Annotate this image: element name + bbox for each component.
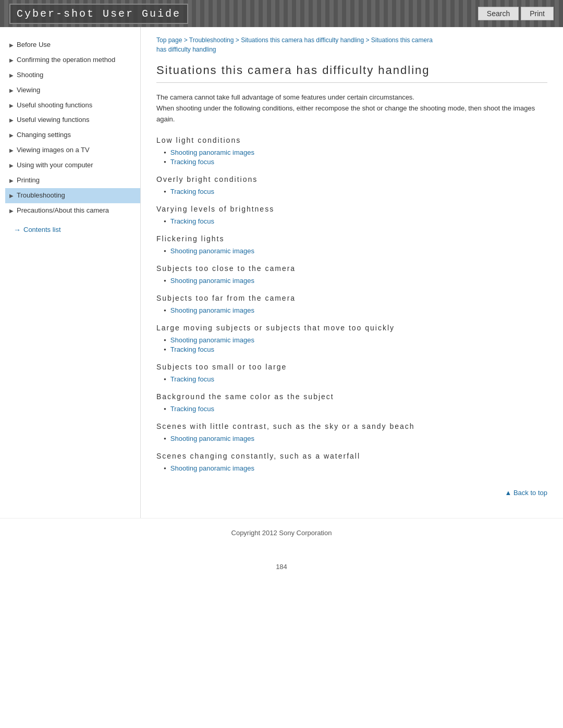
sections-container: Low light conditionsShooting panoramic i… — [156, 136, 547, 472]
list-item: Tracking focus — [164, 346, 547, 353]
section-title-6: Large moving subjects or subjects that m… — [156, 324, 547, 332]
sidebar-item-10[interactable]: ▶Troubleshooting — [5, 188, 140, 203]
section-title-7: Subjects too small or too large — [156, 363, 547, 371]
section-7: Subjects too small or too largeTracking … — [156, 363, 547, 383]
sidebar-label-1: Confirming the operation method — [17, 56, 136, 65]
section-1: Overly bright conditionsTracking focus — [156, 175, 547, 195]
list-item-link-2-0[interactable]: Tracking focus — [170, 217, 214, 225]
sidebar-item-3[interactable]: ▶Viewing — [5, 83, 140, 98]
header: Cyber-shot User Guide Search Print — [0, 0, 563, 27]
list-item-link-0-1[interactable]: Tracking focus — [170, 158, 214, 166]
page-number: 184 — [0, 563, 563, 571]
list-item-link-9-0[interactable]: Shooting panoramic images — [170, 435, 254, 442]
section-4: Subjects too close to the cameraShooting… — [156, 264, 547, 285]
sidebar-label-7: Viewing images on a TV — [17, 146, 136, 155]
intro-text: The camera cannot take full advantage of… — [156, 92, 547, 125]
list-item: Shooting panoramic images — [164, 336, 547, 344]
intro-line1: The camera cannot take full advantage of… — [156, 93, 414, 101]
list-item-link-7-0[interactable]: Tracking focus — [170, 375, 214, 383]
breadcrumb-top[interactable]: Top page — [156, 36, 182, 44]
section-title-4: Subjects too close to the camera — [156, 264, 547, 273]
section-title-1: Overly bright conditions — [156, 175, 547, 183]
sidebar-arrow-6: ▶ — [9, 132, 14, 139]
list-item: Shooting panoramic images — [164, 277, 547, 285]
list-item-link-6-1[interactable]: Tracking focus — [170, 346, 214, 353]
sidebar-item-1[interactable]: ▶Confirming the operation method — [5, 53, 140, 68]
sidebar-item-11[interactable]: ▶Precautions/About this camera — [5, 203, 140, 218]
breadcrumb-troubleshooting[interactable]: Troubleshooting — [189, 36, 234, 44]
list-item: Tracking focus — [164, 375, 547, 383]
sidebar-label-2: Shooting — [17, 71, 136, 80]
section-list-5: Shooting panoramic images — [156, 306, 547, 314]
back-to-top-link[interactable]: ▲ Back to top — [505, 489, 547, 497]
sidebar: ▶Before Use▶Confirming the operation met… — [0, 27, 141, 518]
section-6: Large moving subjects or subjects that m… — [156, 324, 547, 353]
sidebar-item-2[interactable]: ▶Shooting — [5, 68, 140, 83]
sidebar-item-5[interactable]: ▶Useful viewing functions — [5, 113, 140, 128]
sidebar-label-11: Precautions/About this camera — [17, 206, 136, 215]
sidebar-arrow-2: ▶ — [9, 72, 14, 79]
section-title-8: Background the same color as the subject — [156, 392, 547, 401]
sidebar-arrow-1: ▶ — [9, 57, 14, 64]
page-title: Situations this camera has difficulty ha… — [156, 64, 547, 83]
sidebar-label-5: Useful viewing functions — [17, 116, 136, 125]
list-item: Tracking focus — [164, 158, 547, 166]
list-item: Shooting panoramic images — [164, 247, 547, 255]
list-item: Shooting panoramic images — [164, 435, 547, 442]
list-item-link-4-0[interactable]: Shooting panoramic images — [170, 277, 254, 285]
sidebar-item-4[interactable]: ▶Useful shooting functions — [5, 98, 140, 113]
sidebar-item-0[interactable]: ▶Before Use — [5, 38, 140, 53]
sidebar-arrow-8: ▶ — [9, 162, 14, 169]
list-item-link-0-0[interactable]: Shooting panoramic images — [170, 149, 254, 156]
sidebar-arrow-7: ▶ — [9, 147, 14, 154]
sidebar-label-4: Useful shooting functions — [17, 101, 136, 110]
section-8: Background the same color as the subject… — [156, 392, 547, 413]
list-item-link-3-0[interactable]: Shooting panoramic images — [170, 247, 254, 255]
sidebar-arrow-3: ▶ — [9, 87, 14, 94]
section-list-4: Shooting panoramic images — [156, 277, 547, 285]
print-button[interactable]: Print — [521, 7, 554, 20]
app-title: Cyber-shot User Guide — [9, 4, 188, 24]
intro-line2: When shooting under the following condit… — [156, 104, 535, 123]
breadcrumb-situations[interactable]: Situations this camera has difficulty ha… — [241, 36, 364, 44]
section-list-0: Shooting panoramic imagesTracking focus — [156, 149, 547, 166]
sidebar-item-6[interactable]: ▶Changing settings — [5, 128, 140, 143]
sidebar-arrow-0: ▶ — [9, 42, 14, 48]
list-item: Tracking focus — [164, 217, 547, 225]
back-to-top: ▲ Back to top — [156, 488, 547, 497]
section-list-6: Shooting panoramic imagesTracking focus — [156, 336, 547, 353]
list-item-link-10-0[interactable]: Shooting panoramic images — [170, 464, 254, 472]
copyright: Copyright 2012 Sony Corporation — [231, 529, 332, 537]
section-title-2: Varying levels of brightness — [156, 205, 547, 213]
section-title-3: Flickering lights — [156, 235, 547, 243]
list-item-link-6-0[interactable]: Shooting panoramic images — [170, 336, 254, 344]
section-title-0: Low light conditions — [156, 136, 547, 144]
sidebar-label-8: Using with your computer — [17, 161, 136, 170]
sidebar-item-7[interactable]: ▶Viewing images on a TV — [5, 143, 140, 158]
list-item-link-5-0[interactable]: Shooting panoramic images — [170, 306, 254, 314]
search-button[interactable]: Search — [478, 7, 519, 20]
section-0: Low light conditionsShooting panoramic i… — [156, 136, 547, 166]
footer: Copyright 2012 Sony Corporation — [0, 518, 563, 558]
list-item-link-8-0[interactable]: Tracking focus — [170, 405, 214, 413]
sidebar-item-8[interactable]: ▶Using with your computer — [5, 158, 140, 173]
section-3: Flickering lightsShooting panoramic imag… — [156, 235, 547, 255]
sidebar-item-9[interactable]: ▶Printing — [5, 173, 140, 188]
arrow-icon: → — [14, 226, 21, 234]
sidebar-label-10: Troubleshooting — [17, 191, 136, 200]
sidebar-arrow-10: ▶ — [9, 192, 14, 199]
section-list-7: Tracking focus — [156, 375, 547, 383]
contents-list-link[interactable]: → Contents list — [5, 221, 140, 238]
list-item-link-1-0[interactable]: Tracking focus — [170, 188, 214, 195]
sidebar-arrow-9: ▶ — [9, 177, 14, 184]
sidebar-arrow-4: ▶ — [9, 102, 14, 109]
list-item: Shooting panoramic images — [164, 306, 547, 314]
header-buttons: Search Print — [478, 7, 554, 20]
main-content: Top page > Troubleshooting > Situations … — [141, 27, 563, 518]
section-title-9: Scenes with little contrast, such as the… — [156, 422, 547, 430]
page-wrapper: ▶Before Use▶Confirming the operation met… — [0, 27, 563, 518]
list-item: Shooting panoramic images — [164, 464, 547, 472]
section-list-3: Shooting panoramic images — [156, 247, 547, 255]
breadcrumb: Top page > Troubleshooting > Situations … — [156, 35, 547, 54]
section-list-9: Shooting panoramic images — [156, 435, 547, 442]
